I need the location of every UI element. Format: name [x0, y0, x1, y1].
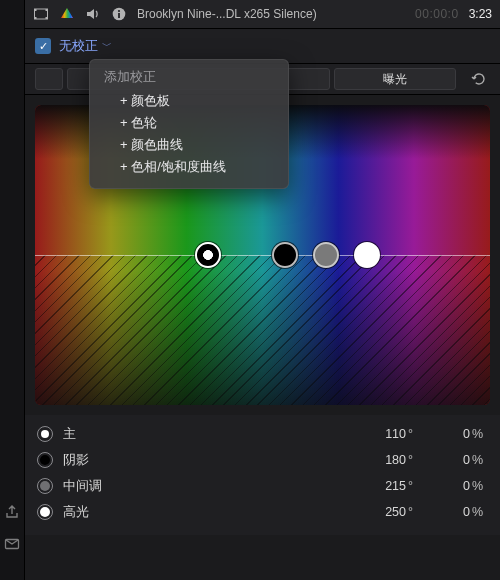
- puck-shadows[interactable]: [272, 242, 298, 268]
- swatch-master-icon: [37, 426, 53, 442]
- svg-rect-3: [35, 17, 37, 19]
- param-name: 主: [63, 426, 76, 443]
- param-name: 高光: [63, 504, 89, 521]
- add-correction-menu-title: 添加校正: [104, 68, 274, 86]
- param-row-shadows[interactable]: 阴影 180 ° 0 %: [37, 447, 488, 473]
- correction-dropdown[interactable]: 无校正 ﹀: [59, 37, 112, 55]
- swatch-highlights-icon: [37, 504, 53, 520]
- svg-point-7: [118, 10, 120, 12]
- inspector-main: Brooklyn Nine-...DL x265 Silence) 00:00:…: [25, 0, 500, 580]
- param-percent-value[interactable]: 0: [424, 427, 470, 441]
- reset-button[interactable]: [466, 69, 490, 89]
- param-name: 中间调: [63, 478, 102, 495]
- param-percent-unit: %: [470, 505, 488, 519]
- correction-dropdown-label: 无校正: [59, 37, 98, 55]
- param-angle-value[interactable]: 215: [360, 479, 406, 493]
- param-percent-value[interactable]: 0: [424, 479, 470, 493]
- svg-rect-4: [46, 9, 48, 11]
- param-percent-unit: %: [470, 453, 488, 467]
- param-percent-unit: %: [470, 427, 488, 441]
- correction-toolbar: ✓ 无校正 ﹀ 添加校正 + 颜色板 + 色轮 + 颜色曲线 + 色相/饱和度曲…: [25, 29, 500, 64]
- app-root: Brooklyn Nine-...DL x265 Silence) 00:00:…: [0, 0, 500, 580]
- volume-icon[interactable]: [85, 6, 101, 22]
- param-angle-unit: °: [406, 453, 424, 467]
- swatch-shadows-icon: [37, 452, 53, 468]
- svg-rect-8: [118, 13, 120, 18]
- left-rail: [0, 0, 25, 580]
- chevron-down-icon: ﹀: [102, 39, 112, 53]
- param-angle-unit: °: [406, 427, 424, 441]
- param-angle-value[interactable]: 180: [360, 453, 406, 467]
- timecode-active: 3:23: [469, 7, 492, 21]
- add-correction-menu: 添加校正 + 颜色板 + 色轮 + 颜色曲线 + 色相/饱和度曲线: [89, 59, 289, 189]
- puck-midtones[interactable]: [313, 242, 339, 268]
- midline: [35, 255, 490, 256]
- board-view-toggle[interactable]: [35, 68, 63, 90]
- param-angle-unit: °: [406, 505, 424, 519]
- topbar: Brooklyn Nine-...DL x265 Silence) 00:00:…: [25, 0, 500, 29]
- param-percent-unit: %: [470, 479, 488, 493]
- menu-item-hue-sat-curves[interactable]: + 色相/饱和度曲线: [104, 156, 274, 178]
- timecode-inactive: 00:00:0: [415, 7, 459, 21]
- menu-item-color-board[interactable]: + 颜色板: [104, 90, 274, 112]
- menu-item-color-wheels[interactable]: + 色轮: [104, 112, 274, 134]
- param-angle-unit: °: [406, 479, 424, 493]
- param-row-highlights[interactable]: 高光 250 ° 0 %: [37, 499, 488, 525]
- info-icon[interactable]: [111, 6, 127, 22]
- filmstrip-icon[interactable]: [33, 6, 49, 22]
- param-percent-value[interactable]: 0: [424, 505, 470, 519]
- param-angle-value[interactable]: 110: [360, 427, 406, 441]
- puck-highlights[interactable]: [354, 242, 380, 268]
- puck-master[interactable]: [195, 242, 221, 268]
- svg-rect-2: [35, 9, 37, 11]
- param-angle-value[interactable]: 250: [360, 505, 406, 519]
- param-row-midtones[interactable]: 中间调 215 ° 0 %: [37, 473, 488, 499]
- clip-title: Brooklyn Nine-...DL x265 Silence): [137, 7, 317, 21]
- board-tab-exposure[interactable]: 曝光: [334, 68, 456, 90]
- share-icon[interactable]: [4, 504, 20, 520]
- mail-icon[interactable]: [4, 536, 20, 552]
- board-tab-exposure-label: 曝光: [383, 71, 407, 88]
- menu-item-color-curves[interactable]: + 颜色曲线: [104, 134, 274, 156]
- correction-enable-checkbox[interactable]: ✓: [35, 38, 51, 54]
- param-list: 主 110 ° 0 % 阴影 180 ° 0 % 中间调 215: [25, 415, 500, 535]
- param-row-master[interactable]: 主 110 ° 0 %: [37, 421, 488, 447]
- param-name: 阴影: [63, 452, 89, 469]
- color-prism-icon[interactable]: [59, 6, 75, 22]
- swatch-midtones-icon: [37, 478, 53, 494]
- param-percent-value[interactable]: 0: [424, 453, 470, 467]
- svg-rect-5: [46, 17, 48, 19]
